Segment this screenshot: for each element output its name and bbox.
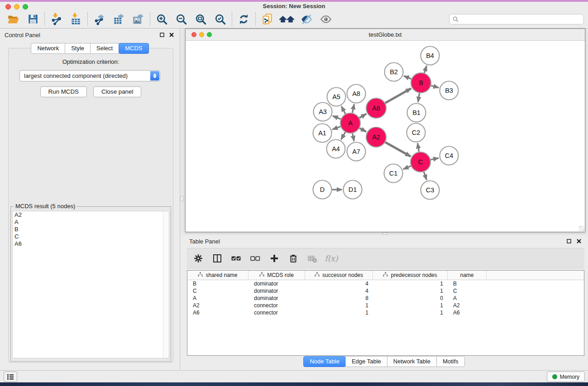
- edge-B-B2[interactable]: [404, 76, 411, 79]
- resize-grip-icon[interactable]: [579, 226, 584, 231]
- edge-A-A7[interactable]: [353, 133, 354, 141]
- tab-mcds[interactable]: MCDS: [119, 43, 148, 54]
- mcds-result-item[interactable]: A2: [13, 211, 169, 219]
- close-table-panel-icon[interactable]: [576, 238, 582, 244]
- column-header-predecessor-nodes[interactable]: predecessor nodes: [373, 271, 448, 280]
- hide-details-icon[interactable]: [296, 11, 316, 27]
- tab-motifs[interactable]: Motifs: [436, 356, 465, 367]
- tab-node-table[interactable]: Node Table: [303, 356, 346, 367]
- table-row[interactable]: A2connector11A2: [187, 302, 584, 309]
- memory-status-icon: [552, 374, 557, 379]
- edge-A-A8[interactable]: [353, 104, 354, 113]
- node-label-A7: A7: [352, 148, 360, 155]
- table-row[interactable]: Cdominator41C: [187, 287, 584, 295]
- edge-C-C2[interactable]: [418, 143, 419, 152]
- task-history-button[interactable]: [4, 372, 17, 382]
- show-details-icon[interactable]: [316, 11, 335, 27]
- table-row[interactable]: Adominator80A: [187, 295, 584, 302]
- network-window-titlebar[interactable]: testGlobe.txt: [186, 29, 585, 41]
- mcds-result-item[interactable]: B: [13, 226, 169, 233]
- tab-network[interactable]: Network: [31, 43, 65, 54]
- close-panel-button[interactable]: Close panel: [93, 86, 141, 97]
- node-label-C4: C4: [445, 152, 454, 159]
- clone-network-icon[interactable]: [258, 11, 277, 27]
- mcds-result-groupbox: MCDS result (5 nodes) A2ABCA6: [10, 206, 171, 362]
- control-panel-tabs: NetworkStyleSelectMCDS: [0, 43, 180, 54]
- cell: 1: [373, 309, 448, 316]
- add-row-icon[interactable]: [268, 251, 281, 266]
- settings-icon[interactable]: [191, 251, 205, 266]
- edge-A-A2[interactable]: [359, 128, 366, 132]
- edge-B-B1[interactable]: [418, 93, 420, 102]
- edge-A-A4[interactable]: [341, 132, 345, 139]
- export-table-icon[interactable]: [109, 11, 129, 27]
- node-label-A: A: [348, 119, 353, 127]
- column-label: successor nodes: [322, 272, 363, 278]
- node-label-D: D: [320, 186, 325, 193]
- tab-edge-table[interactable]: Edge Table: [345, 356, 387, 367]
- refresh-icon[interactable]: [234, 11, 253, 27]
- open-file-icon[interactable]: [4, 11, 23, 27]
- zoom-in-icon[interactable]: [152, 11, 172, 27]
- node-label-A6: A6: [372, 105, 380, 112]
- import-table-icon[interactable]: [66, 11, 86, 27]
- edge-C-C3[interactable]: [424, 172, 426, 180]
- shared-column-icon: [383, 272, 388, 278]
- mcds-result-item[interactable]: C: [13, 233, 169, 240]
- splitter-handle[interactable]: [180, 196, 183, 201]
- search-input[interactable]: [461, 14, 583, 24]
- column-header-name[interactable]: name: [448, 271, 487, 280]
- float-table-panel-icon[interactable]: [566, 238, 572, 244]
- home-icon[interactable]: [277, 11, 296, 27]
- table-row[interactable]: Bdominator41B: [187, 280, 584, 287]
- import-network-icon[interactable]: [47, 11, 66, 27]
- column-header-MCDS-role[interactable]: MCDS role: [249, 271, 305, 280]
- node-label-B: B: [419, 79, 423, 86]
- node-label-A8: A8: [352, 90, 360, 97]
- mcds-result-list[interactable]: A2ABCA6: [12, 211, 169, 358]
- edge-C-C4[interactable]: [430, 158, 439, 160]
- criterion-select[interactable]: largest connected component (directed): [19, 70, 160, 81]
- tab-network-table[interactable]: Network Table: [387, 356, 437, 367]
- zoom-selected-icon[interactable]: [210, 11, 230, 27]
- node-label-C: C: [418, 158, 423, 166]
- export-network-icon[interactable]: [90, 11, 109, 27]
- edge-B-B3[interactable]: [431, 86, 439, 88]
- node-label-D1: D1: [349, 186, 357, 193]
- edge-A-A1[interactable]: [332, 127, 340, 129]
- column-header-shared-name[interactable]: shared name: [187, 271, 249, 280]
- delete-rows-icon[interactable]: [287, 251, 300, 266]
- network-canvas[interactable]: B4B2BB3A5A8A6A3B1AC2A1A2A4A7C4CC1C3DD1: [186, 41, 585, 232]
- mcds-result-item[interactable]: A: [13, 219, 169, 226]
- show-columns-icon[interactable]: [210, 251, 224, 266]
- export-image-icon[interactable]: [129, 11, 148, 27]
- splitter-handle[interactable]: [382, 232, 387, 235]
- edge-B-B4[interactable]: [424, 66, 426, 73]
- deselect-all-icon[interactable]: [249, 251, 262, 266]
- edge-A-A5[interactable]: [341, 106, 345, 114]
- zoom-out-icon[interactable]: [172, 11, 191, 27]
- edge-A-A3[interactable]: [333, 116, 341, 119]
- toolbar-separator: [44, 12, 45, 26]
- save-session-icon[interactable]: [23, 11, 43, 27]
- cell: 1: [373, 302, 448, 309]
- select-all-icon[interactable]: [229, 251, 243, 266]
- close-panel-icon[interactable]: [169, 32, 174, 38]
- float-panel-icon[interactable]: [159, 32, 165, 38]
- tab-select[interactable]: Select: [90, 43, 119, 54]
- tab-style[interactable]: Style: [65, 43, 91, 54]
- edge-A-A6[interactable]: [359, 114, 366, 118]
- edge-C-C1[interactable]: [403, 166, 411, 169]
- memory-button[interactable]: Memory: [547, 372, 585, 382]
- zoom-fit-icon[interactable]: [191, 11, 210, 27]
- result-scrollbar[interactable]: [163, 211, 169, 358]
- mcds-result-item[interactable]: A6: [13, 240, 169, 248]
- delete-table-icon[interactable]: [306, 251, 319, 266]
- search-field[interactable]: [449, 14, 584, 24]
- column-header-successor-nodes[interactable]: successor nodes: [305, 271, 373, 280]
- function-builder-icon[interactable]: f(x): [325, 251, 338, 266]
- run-mcds-button[interactable]: Run MCDS: [40, 86, 87, 97]
- edge-A6-B[interactable]: [385, 88, 411, 103]
- table-row[interactable]: A6connector11A6: [187, 309, 584, 316]
- edge-A2-C[interactable]: [385, 142, 411, 157]
